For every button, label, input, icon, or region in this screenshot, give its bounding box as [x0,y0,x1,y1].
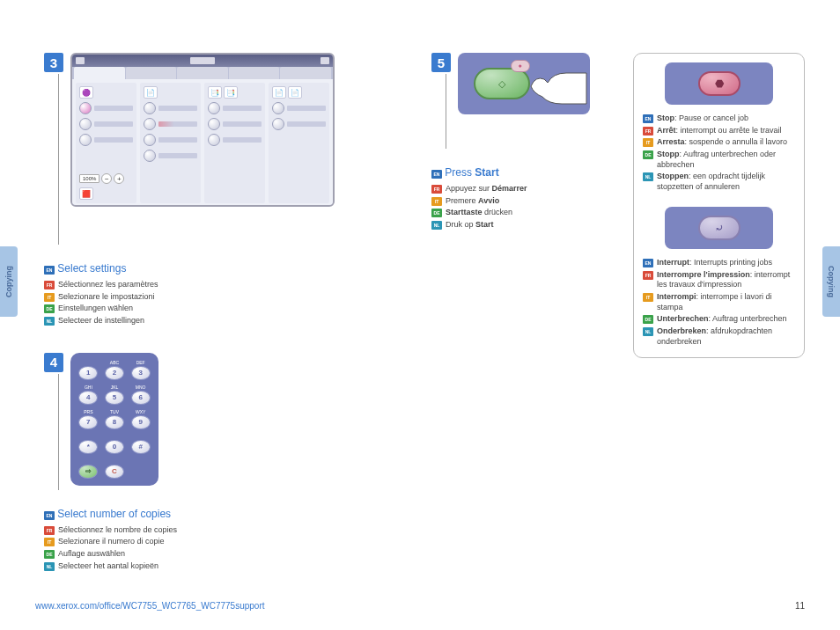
step3-nl: Selecteer de instellingen [58,316,144,326]
hand-icon [527,69,588,108]
key-7[interactable]: 7 [78,415,98,429]
step3-de: Einstellungen wählen [58,304,133,314]
key-9[interactable]: 9 [131,415,151,429]
stop-nl: Stoppen: een opdracht tijdelijk stopzett… [657,172,795,192]
step-3: 3 🟣 100% − + [44,53,379,245]
numeric-keypad: 1 ABC2 DEF3 GHI4 JKL5 MNO6 PRS7 TUV8 WXY… [70,353,158,486]
start-illustration: ◇ [458,53,590,114]
footer-url[interactable]: www.xerox.com/office/WC7755_WC7765_WC777… [35,601,265,611]
key-hash[interactable]: # [131,440,151,454]
step-number-5: 5 [431,53,451,72]
int-fr: Interrompre l'impression: interrompt les… [657,270,795,290]
key-dial[interactable]: ⇨ [78,465,98,479]
step4-nl: Selecteer het aantal kopieën [58,561,158,572]
stop-interrupt-panel: ⬣ ENStop: Pause or cancel job FRArrêt: i… [633,53,805,358]
step-number-3: 3 [44,53,63,72]
key-5[interactable]: 5 [105,391,124,405]
int-nl: Onderbreken: afdrukopdrachten onderbreke… [657,326,795,347]
step3-it: Selezionare le impostazioni [58,292,155,303]
step4-it: Selezionare il numero di copie [58,537,165,547]
key-6[interactable]: 6 [131,391,151,405]
step3-title: EN Select settings [44,262,379,275]
step5-it: Premere Avvio [446,196,499,207]
int-en: Interrupt: Interrupts printing jobs [657,258,772,268]
step-5: 5 ◇ [431,53,625,149]
step5-title: EN Press Start [431,166,625,179]
side-tab-right: Copying [822,246,840,317]
stop-en: Stop: Pause or cancel job [657,114,748,124]
zoom-plus[interactable]: + [114,173,124,184]
step4-de: Auflage auswählen [58,549,125,560]
zoom-minus[interactable]: − [101,173,112,184]
step4-fr: Sélectionnez le nombre de copies [58,525,177,536]
step5-nl: Druk op Start [446,220,494,231]
key-3[interactable]: 3 [131,366,151,380]
step4-title: EN Select number of copies [44,508,379,520]
stop-it: Arresta: sospende o annulla il lavoro [657,137,787,148]
step5-de: Starttaste drücken [446,208,512,218]
key-clear[interactable]: C [105,465,124,479]
key-8[interactable]: 8 [105,415,124,429]
interrupt-button[interactable]: ⤾ [698,216,741,240]
int-de: Unterbrechen: Auftrag unterbrechen [657,314,787,325]
stop-button[interactable]: ⬣ [698,71,741,96]
side-tab-left: Copying [0,246,18,317]
stop-de: Stopp: Auftrag unterbrechen oder abbrech… [657,150,795,170]
key-1[interactable]: 1 [78,366,98,380]
page-number: 11 [795,601,805,611]
stop-fr: Arrêt: interrompt ou arrête le travail [657,126,782,136]
step5-fr: Appuyez sur Démarrer [446,184,527,194]
zoom-value: 100% [79,174,99,183]
step-4: 4 1 ABC2 DEF3 GHI4 JKL5 MNO6 PRS7 TUV8 W… [44,353,379,490]
key-star[interactable]: * [78,440,98,454]
step-number-4: 4 [44,353,63,372]
int-it: Interrompi: interrompe i lavori di stamp… [657,292,795,312]
key-2[interactable]: 2 [105,366,124,380]
start-button[interactable]: ◇ [474,68,530,99]
key-4[interactable]: 4 [78,391,98,405]
settings-screen: 🟣 100% − + 🟥 📄 [70,53,335,207]
key-0[interactable]: 0 [105,440,124,454]
step3-fr: Sélectionnez les paramètres [58,280,158,290]
